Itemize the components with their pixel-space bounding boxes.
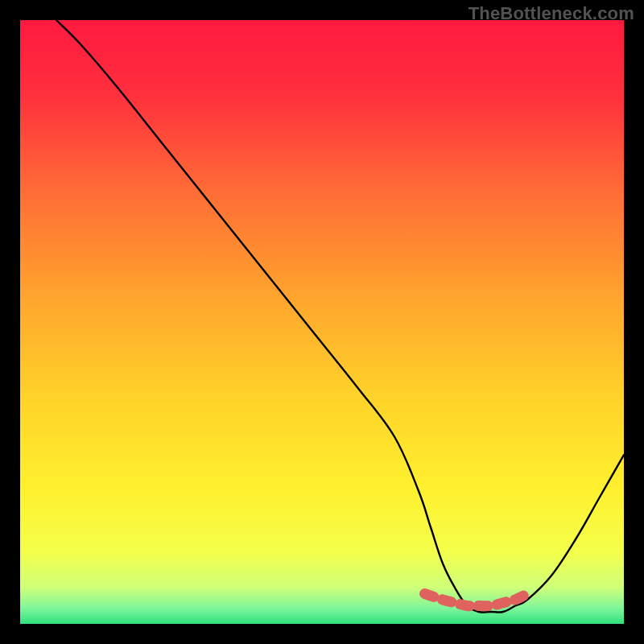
gradient-background — [20, 20, 624, 624]
bottleneck-chart — [20, 20, 624, 624]
chart-frame — [20, 20, 624, 624]
watermark-text: TheBottleneck.com — [469, 3, 634, 24]
